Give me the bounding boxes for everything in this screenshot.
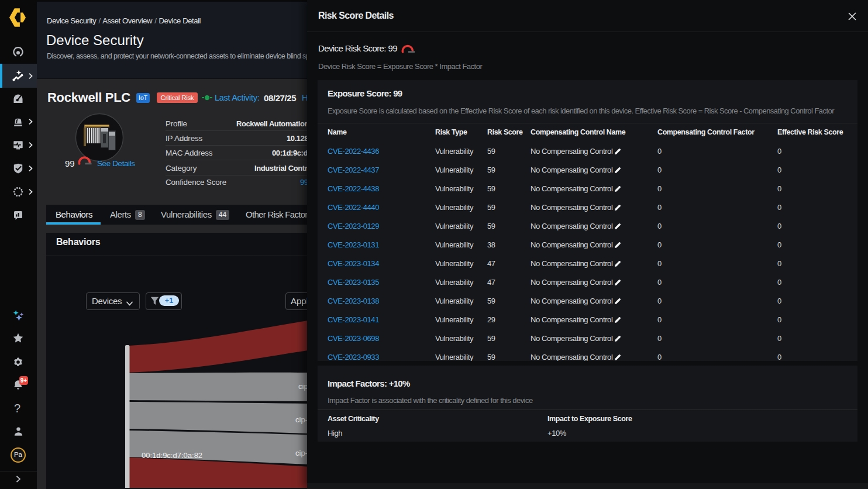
svg-text:00:1d:9c:d7:0a:82: 00:1d:9c:d7:0a:82 (142, 451, 202, 460)
